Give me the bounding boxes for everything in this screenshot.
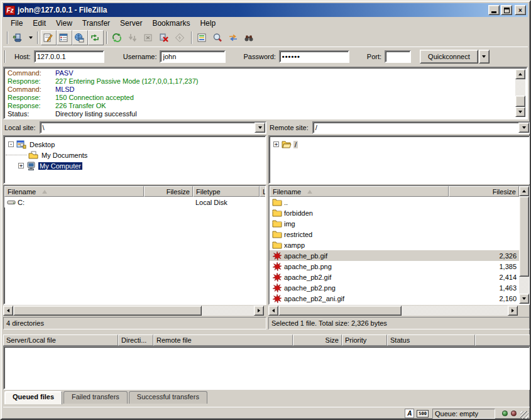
menu-server[interactable]: Server [115, 18, 147, 29]
column-header-remote-file[interactable]: Remote file [153, 334, 293, 346]
remote-file-row[interactable]: img [270, 218, 519, 229]
quickconnect-button[interactable]: Quickconnect [420, 50, 478, 64]
scroll-left-button[interactable] [3, 306, 13, 316]
menu-transfer[interactable]: Transfer [77, 18, 115, 29]
expand-icon[interactable]: + [273, 141, 279, 147]
speed-limit-icon[interactable]: 500 [417, 410, 429, 417]
sync-browsing-icon [228, 33, 238, 43]
remote-file-row-selected[interactable]: apache_pb.gif 2,326 [270, 250, 519, 261]
cancel-operation-button[interactable] [141, 30, 157, 45]
scroll-up-button[interactable] [515, 69, 525, 79]
minimize-button[interactable] [488, 5, 500, 15]
data-type-icon[interactable]: A [405, 409, 414, 418]
menu-bookmarks[interactable]: Bookmarks [147, 18, 195, 29]
column-header-direction[interactable]: Directi... [118, 334, 153, 346]
maximize-button[interactable] [501, 5, 512, 15]
refresh-button[interactable] [110, 30, 126, 45]
scroll-thumb[interactable] [13, 306, 202, 316]
tree-item-label: / [293, 141, 298, 148]
tab-successful-transfers[interactable]: Successful transfers [129, 391, 207, 404]
remote-site-combobox[interactable]: / [312, 121, 530, 134]
process-queue-button[interactable] [126, 30, 141, 45]
column-header-server-local-file[interactable]: Server/Local file [3, 334, 118, 346]
remote-site-value: / [315, 124, 317, 131]
window-title: john@127.0.0.1 - FileZilla [18, 6, 487, 14]
remote-file-row[interactable]: apache_pb2.png 1,463 [270, 282, 519, 293]
scroll-left-button[interactable] [268, 306, 278, 316]
toggle-remote-tree-button[interactable] [72, 30, 88, 45]
column-header-filesize[interactable]: Filesize [144, 186, 193, 197]
column-header-filetype[interactable]: Filetype [193, 186, 260, 197]
expand-icon[interactable]: + [18, 163, 24, 169]
scroll-thumb[interactable] [278, 306, 402, 316]
remote-file-row[interactable]: apache_pb2_ani.gif 2,160 [270, 293, 519, 304]
remote-site-dropdown-button[interactable] [518, 123, 529, 133]
username-input[interactable] [160, 50, 226, 63]
username-label: Username: [123, 53, 157, 60]
resize-grip[interactable] [520, 411, 528, 419]
local-site-dropdown-button[interactable] [255, 123, 265, 133]
menu-file[interactable]: File [6, 18, 28, 29]
remote-vertical-scrollbar[interactable] [519, 186, 529, 304]
scroll-right-button[interactable] [508, 306, 518, 316]
site-manager-button[interactable] [11, 30, 26, 45]
scroll-right-button[interactable] [254, 306, 264, 316]
toggle-local-tree-button[interactable] [57, 30, 72, 45]
scroll-up-icon [518, 73, 522, 75]
tree-item-my-computer[interactable]: + My Computer [6, 160, 264, 171]
title-bar[interactable]: Fz john@127.0.0.1 - FileZilla × [3, 3, 528, 17]
queue-body[interactable] [3, 346, 530, 390]
column-header-empty[interactable] [475, 334, 530, 346]
host-input[interactable] [34, 50, 104, 63]
remote-file-row[interactable]: forbidden [270, 207, 519, 218]
menu-edit[interactable]: Edit [28, 18, 51, 29]
remote-horizontal-scrollbar[interactable] [268, 306, 518, 316]
scroll-thumb[interactable] [515, 96, 525, 107]
synchronized-browsing-button[interactable] [226, 30, 242, 45]
local-horizontal-scrollbar[interactable] [3, 306, 264, 316]
directory-comparison-button[interactable] [211, 30, 226, 45]
quickconnect-dropdown-button[interactable] [479, 50, 490, 64]
password-input[interactable] [279, 50, 349, 63]
local-file-row[interactable]: C: Local Disk [4, 197, 265, 207]
toggle-transfer-queue-button[interactable] [88, 30, 104, 45]
column-header-size[interactable]: Size [293, 334, 342, 346]
toggle-message-log-button[interactable] [41, 30, 57, 45]
remote-file-row[interactable]: apache_pb2.gif 2,414 [270, 272, 519, 282]
port-input[interactable] [385, 50, 411, 63]
site-manager-icon [13, 33, 23, 43]
remote-file-row[interactable]: .. [270, 197, 519, 207]
remote-file-row[interactable]: restricted [270, 229, 519, 240]
collapse-icon[interactable]: - [8, 141, 14, 147]
scroll-thumb[interactable] [519, 196, 529, 277]
scroll-down-button[interactable] [519, 294, 529, 304]
tree-item-root[interactable]: + / [271, 139, 528, 150]
tab-failed-transfers[interactable]: Failed transfers [63, 391, 128, 404]
remote-file-row[interactable]: apache_pb.png 1,385 [270, 261, 519, 272]
scroll-track[interactable] [202, 306, 254, 316]
tab-queued-files[interactable]: Queued files [4, 391, 62, 404]
directory-listing-filters-button[interactable] [195, 30, 211, 45]
menu-help[interactable]: Help [195, 18, 221, 29]
column-header-priority[interactable]: Priority [342, 334, 387, 346]
menu-view[interactable]: View [51, 18, 77, 29]
scroll-down-button[interactable] [515, 107, 525, 117]
column-header-filesize[interactable]: Filesize [449, 186, 519, 197]
disconnect-button[interactable] [157, 30, 173, 45]
column-header-filename[interactable]: Filename [4, 186, 144, 197]
tree-item-desktop[interactable]: - Desktop [6, 139, 264, 150]
local-site-combobox[interactable]: \ [40, 121, 266, 134]
site-manager-dropdown-button[interactable] [26, 30, 35, 45]
find-files-button[interactable] [242, 30, 258, 45]
image-file-icon [272, 262, 282, 272]
scroll-up-button[interactable] [519, 186, 529, 196]
remote-file-row[interactable]: xampp [270, 240, 519, 250]
log-scrollbar[interactable] [515, 69, 525, 117]
tree-item-my-documents[interactable]: My Documents [6, 150, 264, 160]
scroll-track[interactable] [402, 306, 508, 316]
close-button[interactable]: × [515, 5, 526, 15]
column-header-lastmodified[interactable]: L [260, 186, 266, 197]
column-header-filename[interactable]: Filename [270, 186, 449, 197]
column-header-status[interactable]: Status [387, 334, 475, 346]
reconnect-button[interactable] [173, 30, 189, 45]
